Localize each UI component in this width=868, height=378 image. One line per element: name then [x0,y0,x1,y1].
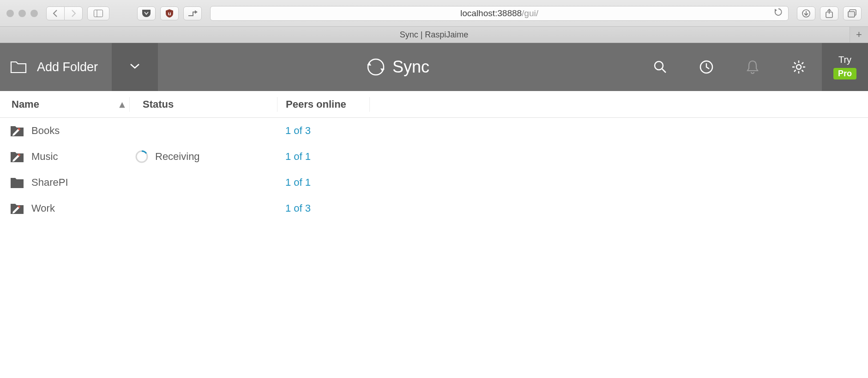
column-header-peers[interactable]: Peers online [277,97,369,112]
pocket-extension-button[interactable] [137,6,156,20]
downloads-button[interactable] [797,6,815,20]
new-tab-button[interactable]: + [850,27,868,43]
column-peers-label: Peers online [286,98,346,110]
svg-line-22 [794,62,796,64]
svg-line-25 [802,62,804,64]
svg-marker-12 [367,62,371,66]
maximize-window-icon[interactable] [30,10,38,17]
url-host: localhost:38888 [460,8,522,18]
bell-icon [746,60,760,74]
search-button[interactable] [637,43,683,91]
row-peers[interactable]: 1 of 3 [277,202,369,214]
column-name-label: Name [12,98,39,110]
row-peers[interactable]: 1 of 1 [277,177,369,189]
folder-outline-icon [10,60,27,74]
app-toolbar: Add Folder Sync [0,43,868,91]
column-status-label: Status [143,98,174,110]
column-header-name[interactable]: Name ▴ [0,98,129,110]
notifications-button[interactable] [729,43,776,91]
tabs-button[interactable] [843,6,862,20]
share-button[interactable] [820,6,838,20]
toolbar-actions [637,43,822,91]
try-pro-pro-badge: Pro [833,68,856,79]
gear-icon [791,60,806,74]
close-window-icon[interactable] [6,10,14,17]
svg-point-11 [368,59,384,75]
chevron-down-icon [129,63,140,71]
ublock-extension-button[interactable]: u [160,6,179,20]
url-path: /gui/ [522,8,538,18]
svg-text:u: u [168,11,171,16]
svg-marker-13 [380,68,385,72]
svg-point-17 [796,65,801,69]
svg-line-23 [802,70,804,72]
column-header-status[interactable]: Status [129,97,277,112]
settings-button[interactable] [776,43,822,91]
row-name: Books [31,125,60,137]
minimize-window-icon[interactable] [18,10,26,17]
folder-table-body: Books 1 of 3 Music Receiving 1 of 1 Shar… [0,118,868,221]
table-row[interactable]: Music Receiving 1 of 1 [0,144,868,170]
address-bar[interactable]: localhost:38888/gui/ [210,6,789,21]
app-brand: Sync [158,43,637,91]
folder-icon [10,202,24,214]
redirect-extension-button[interactable] [183,6,202,20]
add-folder-label: Add Folder [37,60,98,74]
add-folder-button[interactable]: Add Folder [0,43,112,91]
window-controls[interactable] [6,10,38,17]
search-icon [653,60,667,74]
spinner-icon [135,150,149,164]
table-row[interactable]: Work 1 of 3 [0,195,868,221]
row-peers[interactable]: 1 of 1 [277,151,369,163]
svg-line-24 [794,70,796,72]
folder-table-header: Name ▴ Status Peers online [0,91,868,118]
clock-icon [699,60,714,74]
add-folder-dropdown[interactable] [112,43,158,91]
folder-icon [10,125,24,137]
folder-icon [10,177,24,189]
back-button[interactable] [46,6,65,20]
tab-bar: Sync | RaspiJaime + [0,26,868,43]
row-name: SharePI [31,177,68,189]
table-row[interactable]: SharePI 1 of 1 [0,170,868,195]
row-status-text: Receiving [155,151,200,163]
row-name: Music [31,151,58,163]
sync-logo-icon [366,57,386,77]
browser-toolbar: u localhost:38888/gui/ [0,0,868,26]
try-pro-try-label: Try [838,55,851,65]
svg-line-15 [662,69,666,73]
reload-icon[interactable] [774,8,783,18]
folder-icon [10,151,24,163]
svg-marker-4 [775,9,777,12]
active-tab-title[interactable]: Sync | RaspiJaime [400,30,469,40]
svg-rect-10 [848,12,855,17]
history-button[interactable] [683,43,729,91]
row-peers[interactable]: 1 of 3 [277,125,369,137]
column-header-extra [369,97,374,112]
app-brand-name: Sync [392,57,429,77]
browser-chrome: u localhost:38888/gui/ Sync | RaspiJaime… [0,0,868,43]
sidebar-toggle-button[interactable] [87,6,109,20]
table-row[interactable]: Books 1 of 3 [0,118,868,144]
try-pro-button[interactable]: Try Pro [822,43,868,91]
svg-point-14 [655,61,663,70]
svg-marker-3 [195,10,198,14]
svg-rect-0 [94,10,103,17]
sort-asc-icon: ▴ [120,98,125,110]
forward-button[interactable] [64,6,83,20]
row-name: Work [31,202,55,214]
